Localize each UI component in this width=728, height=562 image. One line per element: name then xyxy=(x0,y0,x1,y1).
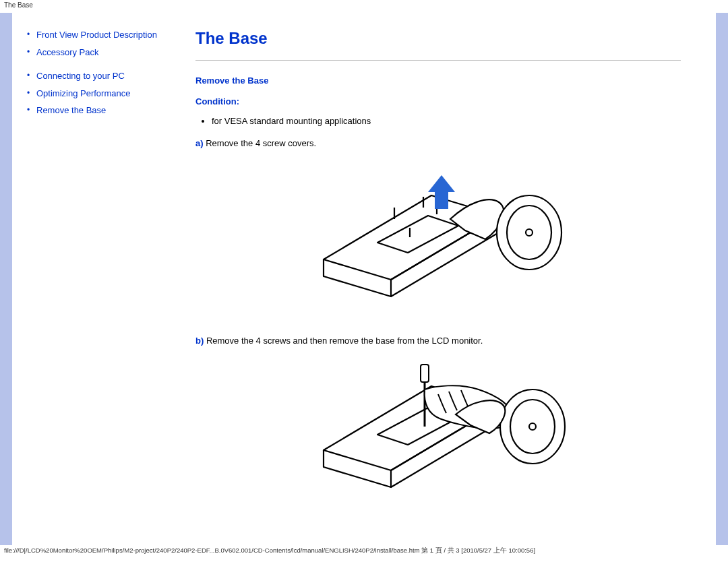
sidebar-link[interactable]: Optimizing Performance xyxy=(36,88,130,98)
sidebar-nav: Front View Product Description Accessory… xyxy=(12,13,189,545)
step-text: Remove the 4 screws and then remove the … xyxy=(206,336,483,346)
window-title: The Base xyxy=(0,0,728,13)
sidebar-item-front-view[interactable]: Front View Product Description xyxy=(27,29,182,41)
article-content: The Base Remove the Base Condition: for … xyxy=(189,13,708,545)
illustration-remove-covers xyxy=(297,155,580,317)
section-title: Remove the Base xyxy=(195,75,681,86)
step-a: a) Remove the 4 screw covers. xyxy=(195,138,681,148)
sidebar-item-connecting-pc[interactable]: Connecting to your PC xyxy=(27,70,182,82)
sidebar-link[interactable]: Remove the Base xyxy=(36,105,106,115)
step-label: b) xyxy=(195,336,204,346)
step-b: b) Remove the 4 screws and then remove t… xyxy=(195,336,681,346)
sidebar-item-optimizing-performance[interactable]: Optimizing Performance xyxy=(27,88,182,100)
svg-rect-8 xyxy=(421,365,429,382)
step-label: a) xyxy=(195,138,204,148)
sidebar-link[interactable]: Front View Product Description xyxy=(36,30,157,40)
condition-label: Condition: xyxy=(195,96,681,106)
condition-item: for VESA standard mounting applications xyxy=(212,116,681,126)
illustration-remove-screws xyxy=(297,352,580,501)
page-title: The Base xyxy=(195,29,681,48)
status-line: file:///D|/LCD%20Monitor%20OEM/Philips/M… xyxy=(0,545,728,559)
condition-list: for VESA standard mounting applications xyxy=(212,116,681,126)
step-text: Remove the 4 screw covers. xyxy=(206,138,316,148)
sidebar-link[interactable]: Connecting to your PC xyxy=(36,71,125,81)
sidebar-link[interactable]: Accessory Pack xyxy=(36,47,98,57)
page-frame: Front View Product Description Accessory… xyxy=(0,13,728,545)
right-decor-bar xyxy=(716,13,728,545)
left-decor-bar xyxy=(0,13,12,545)
main-area: Front View Product Description Accessory… xyxy=(12,13,716,545)
divider xyxy=(195,60,681,61)
sidebar-item-accessory-pack[interactable]: Accessory Pack xyxy=(27,46,182,59)
sidebar-item-remove-base[interactable]: Remove the Base xyxy=(27,104,182,117)
